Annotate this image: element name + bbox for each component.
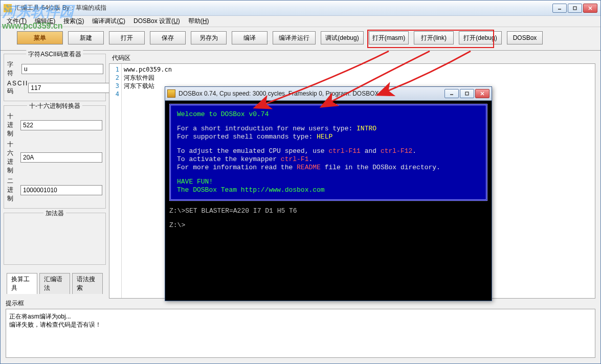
btn-dosbox[interactable]: DOSBox: [507, 31, 543, 44]
ascii-legend: 字符ASCII码查看器: [26, 50, 83, 59]
menu-dosbox-settings[interactable]: DOSBox 设置(U): [130, 16, 183, 27]
hint-line: 编译失败，请检查代码是否有误！: [9, 321, 592, 329]
dosbox-welcome-frame: Welcome to DOSBox v0.74 For a short intr…: [169, 104, 487, 201]
hint-area: 提示框 正在将asm编译为obj... 编译失败，请检查代码是否有误！: [6, 299, 595, 358]
menu-compile[interactable]: 编译调试(C): [89, 16, 128, 27]
dosbox-icon: [167, 89, 175, 98]
tab-syntax-search[interactable]: 语法搜索: [72, 273, 103, 294]
app-icon: [4, 4, 12, 12]
adder-legend: 加法器: [43, 209, 66, 218]
btn-open-masm[interactable]: 打开(masm): [369, 31, 409, 44]
toolbar-menu-badge[interactable]: 菜单: [17, 31, 63, 44]
dosbox-content[interactable]: Welcome to DOSBox v0.74 For a short intr…: [165, 101, 492, 301]
dosbox-fun: HAVE FUN!: [177, 178, 480, 186]
hex-input[interactable]: [20, 152, 102, 163]
window-title: 汇编工具-64位版 By：草编的戒指: [15, 4, 552, 12]
menu-help[interactable]: 帮助(H): [185, 16, 212, 27]
dosbox-close-button[interactable]: [475, 89, 489, 98]
btn-new[interactable]: 新建: [68, 31, 104, 44]
left-tabs: 换算工具 汇编语法 语法搜索: [4, 273, 106, 294]
ascii-group: 字符ASCII码查看器 字 符 ASCII码: [4, 54, 106, 101]
code-line: www.pc0359.cn: [124, 65, 593, 74]
btn-save[interactable]: 保存: [150, 31, 186, 44]
hex-label: 十六进制: [7, 140, 20, 175]
titlebar: 汇编工具-64位版 By：草编的戒指: [1, 1, 600, 16]
menu-file[interactable]: 文件(T): [4, 16, 30, 27]
btn-open[interactable]: 打开: [109, 31, 145, 44]
btn-debug[interactable]: 调试(debug): [321, 31, 364, 44]
bin-input[interactable]: [20, 185, 102, 195]
code-line: 河东软件园: [124, 74, 593, 82]
dosbox-minimize-button[interactable]: [444, 89, 459, 98]
radix-group: 十-十六进制转换器 十 进 制 十六进制 二 进 制: [4, 105, 106, 209]
radix-legend: 十-十六进制转换器: [27, 102, 82, 110]
minimize-button[interactable]: [552, 4, 567, 13]
dosbox-title: DOSBox 0.74, Cpu speed: 3000 cycles, Fra…: [179, 90, 444, 97]
hint-box[interactable]: 正在将asm编译为obj... 编译失败，请检查代码是否有误！: [6, 309, 595, 358]
btn-compile[interactable]: 编译: [232, 31, 268, 44]
menu-edit[interactable]: 编辑(E): [32, 16, 58, 27]
dec-input[interactable]: [20, 120, 102, 130]
tab-calc[interactable]: 换算工具: [7, 273, 37, 294]
menubar: 文件(T) 编辑(E) 搜索(S) 编译调试(C) DOSBox 设置(U) 帮…: [1, 16, 600, 27]
tab-syntax[interactable]: 汇编语法: [39, 273, 70, 294]
dosbox-prompt: Z:\>: [169, 221, 487, 230]
bin-label: 二 进 制: [7, 177, 20, 203]
svg-rect-5: [465, 92, 469, 95]
svg-rect-1: [573, 7, 576, 10]
ascii-code-label: ASCII码: [7, 80, 28, 96]
code-title: 代码区: [109, 54, 595, 62]
adder-group: 加法器: [4, 213, 106, 265]
dosbox-maximize-button[interactable]: [460, 89, 474, 98]
menu-search[interactable]: 搜索(S): [60, 16, 87, 27]
left-panel: 字符ASCII码查看器 字 符 ASCII码 十-十六进制转换器 十 进 制 十…: [1, 51, 109, 297]
btn-saveas[interactable]: 另存为: [191, 31, 227, 44]
maximize-button[interactable]: [568, 4, 582, 13]
btn-open-debug[interactable]: 打开(debug): [459, 31, 502, 44]
ascii-code-input[interactable]: [28, 83, 110, 93]
btn-open-link[interactable]: 打开(link): [414, 31, 454, 44]
dosbox-window: DOSBox 0.74, Cpu speed: 3000 cycles, Fra…: [165, 86, 492, 301]
dec-label: 十 进 制: [7, 112, 20, 138]
close-button[interactable]: [583, 4, 597, 13]
char-label: 字 符: [7, 60, 21, 78]
dosbox-welcome: Welcome to DOSBox v0.74: [177, 110, 480, 119]
char-input[interactable]: [21, 64, 103, 74]
btn-compile-run[interactable]: 编译并运行: [273, 31, 316, 44]
toolbar: 菜单 新建 打开 保存 另存为 编译 编译并运行 调试(debug) 打开(ma…: [1, 27, 600, 51]
dosbox-titlebar[interactable]: DOSBox 0.74, Cpu speed: 3000 cycles, Fra…: [165, 87, 492, 101]
line-gutter: 1234: [109, 64, 122, 298]
window-buttons: [552, 4, 597, 13]
dosbox-prompt: Z:\>SET BLASTER=A220 I7 D1 H5 T6: [169, 207, 487, 215]
hint-line: 正在将asm编译为obj...: [9, 312, 592, 321]
